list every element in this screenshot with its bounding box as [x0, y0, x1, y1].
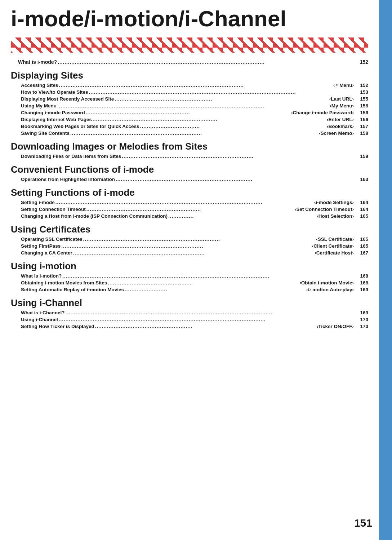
toc-item-displaying-most-recently: Displaying Most Recently Accessed Site .…	[11, 96, 368, 102]
toc-item-changing-imode-password: Changing i-mode Password ...............…	[11, 110, 368, 115]
toc-item-saving-site-contents: Saving Site Contents ...................…	[11, 130, 368, 136]
toc-label-what-is-imode: What is i-mode?	[18, 59, 57, 65]
toc-item-setting-connection-timeout: Setting Connection Timeout .............…	[11, 207, 368, 212]
section-header-setting-functions: Setting Functions of i-mode	[11, 187, 368, 198]
main-content: i-mode/i-motion/i-Channel What is i-mode…	[0, 0, 379, 540]
toc-area: What is i-mode? ........................…	[0, 59, 379, 329]
toc-top-item-what-is-imode: What is i-mode? ........................…	[11, 59, 368, 65]
toc-item-using-ichannel: Using i-Channel ........................…	[11, 317, 368, 322]
toc-item-changing-host: Changing a Host from i-mode (ISP Connect…	[11, 213, 368, 219]
toc-item-setting-auto-replay: Setting Automatic Replay of i-motion Mov…	[11, 287, 368, 292]
toc-item-how-to-view: How to View/to Operate Sites ...........…	[11, 89, 368, 95]
toc-item-using-my-menu: Using My Menu ..........................…	[11, 103, 368, 109]
page-title: i-mode/i-motion/i-Channel	[0, 0, 379, 35]
toc-item-downloading-files: Downloading Files or Data Items from Sit…	[11, 154, 368, 159]
section-header-convenient: Convenient Functions of i-mode	[11, 164, 368, 175]
toc-item-operating-ssl: Operating SSL Certificates .............…	[11, 236, 368, 242]
toc-item-what-is-imotion: What is i-motion? ......................…	[11, 273, 368, 279]
toc-item-obtaining-imotion: Obtaining i-motion Movies from Sites ...…	[11, 280, 368, 286]
checkerboard-banner	[11, 37, 368, 53]
toc-item-operations-highlighted: Operations from Highlighted Information …	[11, 177, 368, 182]
toc-item-setting-imode: Setting i-mode .........................…	[11, 200, 368, 205]
toc-item-setting-ticker: Setting How Ticker is Displayed ........…	[11, 324, 368, 329]
section-header-using-certificates: Using Certificates	[11, 224, 368, 235]
toc-page-what-is-imode: 152	[354, 59, 368, 65]
section-header-using-ichannel: Using i-Channel	[11, 297, 368, 309]
toc-item-bookmarking: Bookmarking Web Pages or Sites for Quick…	[11, 124, 368, 129]
page-container: i-mode/i-motion/i-Channel What is i-mode…	[0, 0, 392, 540]
section-header-downloading: Downloading Images or Melodies from Site…	[11, 141, 368, 152]
section-header-displaying-sites: Displaying Sites	[11, 70, 368, 81]
toc-dots-what-is-imode: ........................................…	[57, 59, 354, 65]
toc-item-changing-ca-center: Changing a CA Center ...................…	[11, 250, 368, 256]
toc-item-displaying-internet: Displaying Internet Web Pages ..........…	[11, 117, 368, 122]
page-number: 151	[354, 517, 372, 529]
toc-item-accessing-sites: Accessing Sites ........................…	[11, 83, 368, 88]
toc-item-what-is-ichannel: What is i-Channel? .....................…	[11, 310, 368, 315]
right-sidebar	[379, 0, 392, 540]
section-header-using-imotion: Using i-motion	[11, 261, 368, 272]
toc-item-setting-firstpass: Setting FirstPass ......................…	[11, 243, 368, 249]
